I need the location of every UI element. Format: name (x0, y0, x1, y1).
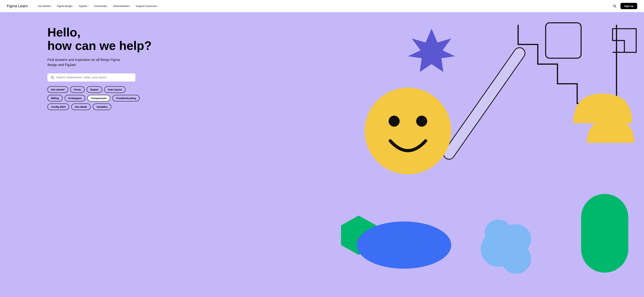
tag-billing[interactable]: Billing (48, 95, 62, 101)
search-button[interactable] (612, 3, 618, 9)
brand-name-bold: Figma (7, 4, 17, 8)
search-input[interactable] (56, 76, 132, 79)
tag-prototypes[interactable]: Prototypes (65, 95, 85, 101)
tag-dev-mode[interactable]: Dev Mode (71, 103, 91, 110)
diagonal-rod (441, 45, 527, 161)
navbar: Figma Learn Get started ▾ Figma design ▾… (0, 0, 644, 12)
svg-line-1 (615, 6, 616, 7)
hero-title: Hello, how can we help? (48, 26, 152, 52)
hero-illustration (290, 12, 644, 297)
hexagon-green (341, 216, 376, 255)
chevron-down-icon: ▾ (157, 5, 158, 7)
search-icon (51, 76, 54, 79)
chevron-down-icon: ▾ (107, 5, 108, 7)
smiley-mouth (390, 141, 426, 151)
search-icon (613, 4, 616, 8)
tag-fonts[interactable]: Fonts (70, 86, 84, 93)
tag-auto-layout[interactable]: Auto layout (104, 86, 126, 93)
tag-export[interactable]: Export (87, 86, 102, 93)
nav-item-support[interactable]: Support resources ▾ (134, 3, 160, 9)
smiley-left-eye (389, 116, 400, 127)
cloud-circle-3 (501, 244, 531, 274)
tag-troubleshooting[interactable]: Troubleshooting (112, 95, 140, 101)
hero-subtitle: Find answers and inspiration on all thin… (48, 57, 125, 67)
smiley-face-circle (365, 88, 451, 174)
green-rounded-rect (581, 194, 628, 273)
nav-item-administration[interactable]: Administration ▾ (111, 3, 133, 9)
nav-item-community[interactable]: Community ▾ (92, 3, 110, 9)
tag-list: Get startedFontsExportAuto layoutBilling… (48, 86, 142, 110)
cloud-circle-4 (484, 220, 512, 247)
nav-item-figma-design[interactable]: Figma design ▾ (55, 3, 76, 9)
staircase-shape (518, 25, 616, 123)
chevron-down-icon: ▾ (130, 5, 131, 7)
cloud-circle-2 (501, 224, 531, 254)
tag-get-started[interactable]: Get started (48, 86, 68, 93)
chevron-down-icon: ▾ (73, 5, 74, 7)
nav-links: Get started ▾ Figma design ▾ FigJam ▾ Co… (36, 3, 612, 9)
hero-content: Hello, how can we help? Find answers and… (0, 26, 152, 110)
brand-name-light: Learn (17, 4, 28, 8)
hero-search-bar[interactable] (48, 73, 135, 81)
half-circle-yellow-1 (573, 93, 632, 123)
decorative-illustration (290, 12, 644, 297)
tag-variables[interactable]: Variables (93, 103, 111, 110)
outline-square (546, 23, 581, 58)
tag-components[interactable]: Components (87, 95, 110, 101)
tag-config-2023[interactable]: Config 2023 (48, 103, 69, 110)
svg-line-3 (53, 78, 54, 79)
nav-item-figjam[interactable]: FigJam ▾ (77, 3, 91, 9)
half-circle-yellow-2 (587, 119, 634, 143)
chevron-down-icon: ▾ (51, 5, 52, 7)
star-burst-shape (408, 29, 455, 72)
smiley-right-eye (416, 116, 427, 127)
nav-item-get-started[interactable]: Get started ▾ (36, 3, 54, 9)
nav-right: Sign up (612, 3, 637, 9)
oval-blue (357, 221, 451, 269)
hero-section: Hello, how can we help? Find answers and… (0, 12, 644, 297)
signup-button[interactable]: Sign up (620, 3, 637, 9)
outline-l-shape (612, 29, 636, 52)
chevron-down-icon: ▾ (88, 5, 89, 7)
cloud-circle-1 (481, 231, 516, 267)
brand-logo[interactable]: Figma Learn (7, 4, 28, 8)
